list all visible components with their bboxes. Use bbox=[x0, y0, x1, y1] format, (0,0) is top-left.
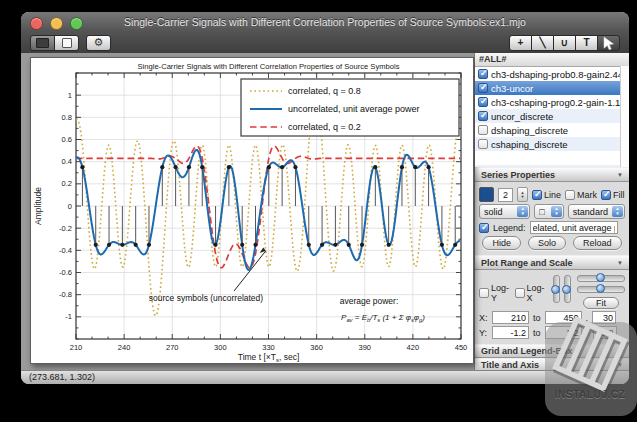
y-shift-slider[interactable] bbox=[564, 275, 571, 303]
graph-view-button[interactable] bbox=[30, 35, 55, 51]
section-title: Title and Axis bbox=[481, 360, 539, 370]
arc-tool[interactable]: ∪ bbox=[553, 35, 576, 51]
svg-text:0.2: 0.2 bbox=[62, 179, 72, 188]
svg-text:average power:: average power: bbox=[340, 296, 399, 306]
fill-checkbox[interactable] bbox=[601, 190, 611, 200]
svg-text:-1: -1 bbox=[65, 312, 72, 321]
add-point-tool-icon: + bbox=[518, 37, 524, 48]
reload-button[interactable]: Reload bbox=[573, 236, 622, 250]
dataset-row[interactable]: cshaping_discrete bbox=[475, 137, 629, 151]
dataset-visibility-checkbox[interactable] bbox=[478, 69, 488, 79]
section-header-plot-range[interactable]: Plot Range and Scale ▼ bbox=[475, 255, 629, 270]
series-color-swatch[interactable] bbox=[479, 187, 494, 202]
section-title: Plot Range and Scale bbox=[481, 258, 573, 268]
marker-popup[interactable]: □ ▲▼ bbox=[534, 204, 564, 219]
annotation-source-symbols: source symbols (uncorrelated) bbox=[149, 248, 266, 303]
mark-checkbox[interactable] bbox=[565, 190, 575, 200]
svg-text:300: 300 bbox=[214, 343, 227, 352]
y-zoom-slider[interactable] bbox=[553, 275, 560, 303]
logx-checkbox-group: Log-X bbox=[515, 283, 547, 303]
annotation-average-power: average power:Pav = Eb/Ts (1 + Σ φsφg) bbox=[340, 296, 426, 323]
x-from-field[interactable] bbox=[492, 311, 529, 324]
legend-entry: uncorrelated, unit average power bbox=[288, 104, 420, 114]
svg-text:210: 210 bbox=[70, 343, 83, 352]
x-axis-label: Time t [×Ts, sec] bbox=[238, 352, 300, 363]
dataset-visibility-checkbox[interactable] bbox=[478, 125, 488, 135]
fit-button[interactable]: Fit bbox=[583, 297, 619, 309]
log-y-checkbox[interactable] bbox=[479, 288, 489, 298]
legend-checkbox[interactable] bbox=[479, 223, 489, 233]
drawing-tools: +╲∪T bbox=[510, 35, 620, 51]
line-tool[interactable]: ╲ bbox=[531, 35, 554, 51]
mode-popup[interactable]: standard ▲▼ bbox=[568, 204, 625, 219]
dataset-visibility-checkbox[interactable] bbox=[478, 97, 488, 107]
dataset-list: #ALL# ch3-dshaping-prob0.8-gain2.44ch3-u… bbox=[475, 53, 629, 167]
dataset-visibility-checkbox[interactable] bbox=[478, 111, 488, 121]
log-x-checkbox[interactable] bbox=[515, 288, 525, 298]
solo-button[interactable]: Solo bbox=[528, 236, 566, 250]
plot-pane: 210240270300330360390420450-1-0.8-0.6-0.… bbox=[21, 53, 474, 371]
mark-label: Mark bbox=[577, 190, 597, 200]
line-label: Line bbox=[544, 190, 561, 200]
y-from-field[interactable] bbox=[492, 326, 529, 339]
minimize-button[interactable] bbox=[50, 17, 63, 30]
x-zoom-slider[interactable] bbox=[577, 275, 625, 282]
line-style-value: solid bbox=[484, 207, 503, 217]
x-shift-slider[interactable] bbox=[577, 286, 625, 293]
dataset-row[interactable]: dshaping_discrete bbox=[475, 123, 629, 137]
svg-text:240: 240 bbox=[118, 343, 131, 352]
section-header-series-properties[interactable]: Series Properties ▼ bbox=[475, 167, 629, 182]
gear-icon: ⚙ bbox=[94, 37, 104, 48]
line-checkbox-group: Line bbox=[532, 190, 561, 200]
svg-text:390: 390 bbox=[358, 343, 371, 352]
svg-text:330: 330 bbox=[262, 343, 275, 352]
svg-text:450: 450 bbox=[455, 343, 468, 352]
view-segmented-control bbox=[30, 35, 79, 51]
line-thickness-field[interactable]: 2 bbox=[498, 188, 513, 202]
text-tool[interactable]: T bbox=[575, 35, 598, 51]
blank-view-button[interactable] bbox=[54, 35, 79, 51]
settings-gear-button[interactable]: ⚙ bbox=[86, 35, 111, 51]
legend-text-field[interactable] bbox=[530, 221, 618, 234]
add-point-tool[interactable]: + bbox=[509, 35, 532, 51]
y-axis-label: Amplitude bbox=[33, 187, 43, 225]
hide-button[interactable]: Hide bbox=[482, 236, 521, 250]
legend-entry: correlated, q = 0.2 bbox=[288, 122, 361, 132]
dataset-label: dshaping_discrete bbox=[491, 125, 568, 136]
chart-canvas: 210240270300330360390420450-1-0.8-0.6-0.… bbox=[31, 58, 473, 363]
mode-value: standard bbox=[573, 207, 608, 217]
log-x-label: Log-X bbox=[527, 283, 547, 303]
filled-rect-icon bbox=[36, 38, 49, 48]
dataset-label: ch3-uncor bbox=[491, 83, 533, 94]
dataset-row[interactable]: ch3-cshaping-prog0.2-gain-1.10 bbox=[475, 95, 629, 109]
dataset-visibility-checkbox[interactable] bbox=[478, 139, 488, 149]
list-scrollbar[interactable] bbox=[620, 66, 629, 167]
svg-text:-0.4: -0.4 bbox=[59, 246, 72, 255]
graph-page[interactable]: 210240270300330360390420450-1-0.8-0.6-0.… bbox=[30, 57, 474, 364]
traffic-lights bbox=[30, 17, 83, 30]
select-tool[interactable] bbox=[597, 35, 620, 51]
legend-entry: correlated, q = 0.8 bbox=[288, 86, 361, 96]
dataset-row[interactable]: ch3-dshaping-prob0.8-gain2.44 bbox=[475, 67, 629, 81]
dataset-label: ch3-dshaping-prob0.8-gain2.44 bbox=[491, 69, 623, 80]
line-checkbox[interactable] bbox=[532, 190, 542, 200]
disclosure-triangle-icon: ▼ bbox=[617, 172, 623, 178]
mark-checkbox-group: Mark bbox=[565, 190, 597, 200]
dataset-label: uncor_discrete bbox=[491, 111, 553, 122]
dataset-visibility-checkbox[interactable] bbox=[478, 83, 488, 93]
dataset-row[interactable]: uncor_discrete bbox=[475, 109, 629, 123]
line-style-popup[interactable]: solid ▲▼ bbox=[479, 204, 530, 219]
toolbar: ⚙ +╲∪T bbox=[21, 32, 629, 53]
svg-text:0.6: 0.6 bbox=[62, 135, 72, 144]
arc-tool-icon: ∪ bbox=[561, 37, 568, 48]
section-title: Series Properties bbox=[481, 170, 555, 180]
dataset-label: cshaping_discrete bbox=[491, 139, 568, 150]
arrow-cursor-icon bbox=[603, 36, 615, 50]
line-tool-icon: ╲ bbox=[539, 37, 545, 48]
disclosure-triangle-icon: ▼ bbox=[617, 260, 623, 266]
close-button[interactable] bbox=[30, 17, 43, 30]
dataset-row[interactable]: ch3-uncor bbox=[475, 81, 629, 95]
status-bar: (273.681, 1.302) bbox=[21, 370, 629, 384]
thickness-stepper[interactable]: ▲▼ bbox=[517, 187, 528, 202]
watermark-logo bbox=[540, 314, 636, 398]
